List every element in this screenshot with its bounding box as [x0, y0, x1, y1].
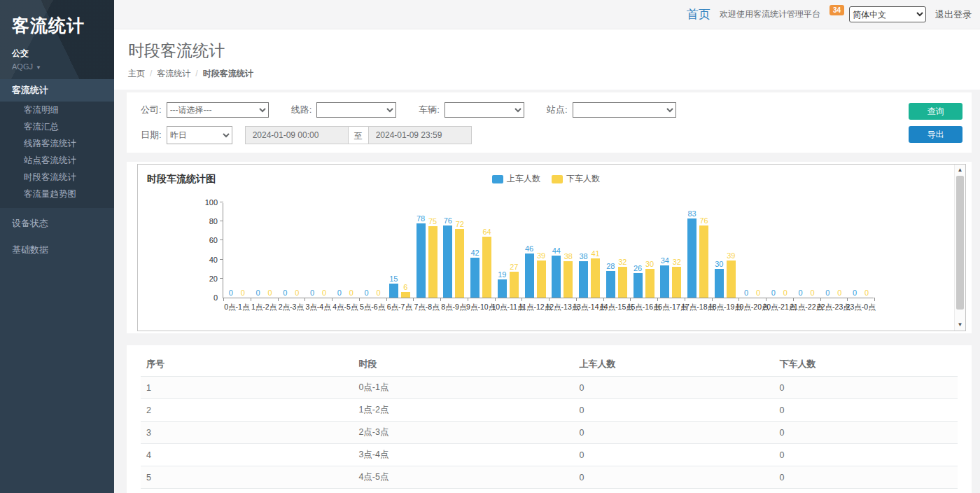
sidebar-subitem[interactable]: 客流明细 — [0, 102, 114, 118]
scrollbar-thumb[interactable] — [956, 176, 964, 310]
line-select[interactable] — [316, 102, 396, 118]
bar-value-label: 0 — [268, 289, 272, 297]
x-axis-label: 23点-0点 — [846, 303, 876, 312]
scroll-down-icon[interactable]: ▼ — [955, 321, 965, 329]
chart-scrollbar[interactable]: ▲ ▼ — [954, 165, 965, 331]
bar-column: 0 — [796, 289, 805, 298]
bar-value-label: 0 — [864, 289, 869, 297]
x-axis-label: 8点-9点 — [441, 303, 466, 312]
date-range-group: 至 — [245, 126, 472, 144]
y-axis-label: 0 — [200, 293, 218, 302]
x-axis-tick — [685, 298, 685, 301]
sidebar-subitem[interactable]: 时段客流统计 — [0, 169, 114, 186]
bar-column: 28 — [606, 262, 615, 298]
bar-value-label: 0 — [229, 289, 233, 297]
table-cell: 0 — [573, 444, 774, 466]
date-preset-select[interactable]: 昨日 — [167, 126, 232, 144]
bar-column: 76 — [699, 216, 708, 298]
bar-column: 78 — [416, 214, 426, 298]
legend-item[interactable]: 上车人数 — [492, 173, 540, 185]
bar-value-label: 46 — [525, 244, 533, 253]
bar-value-label: 78 — [416, 214, 425, 223]
bar-group: 00 — [847, 189, 874, 298]
sidebar-subitem[interactable]: 线路客流统计 — [0, 135, 114, 152]
bar-value-label: 0 — [853, 289, 857, 297]
table-cell: 0 — [774, 444, 958, 466]
bar-group: 00 — [738, 189, 766, 298]
table-row: 65点-6点00 — [141, 489, 958, 493]
company-select[interactable]: ---请选择--- — [167, 102, 269, 118]
bar-value-label: 44 — [552, 246, 561, 255]
bar-value-label: 0 — [756, 289, 760, 297]
bar-column: 0 — [281, 289, 290, 298]
sidebar-item-device-status[interactable]: 设备状态 — [0, 212, 114, 235]
legend-item[interactable]: 下车人数 — [552, 173, 600, 185]
logout-link[interactable]: 退出登录 — [935, 8, 972, 21]
bar-value-label: 0 — [783, 289, 788, 297]
language-select[interactable]: 简体中文 — [849, 6, 926, 22]
table-cell: 3 — [141, 422, 353, 444]
table-cell: 1点-2点 — [353, 399, 573, 422]
x-axis-tick — [576, 298, 577, 301]
x-axis-tick — [495, 298, 496, 301]
welcome-text: 欢迎使用客流统计管理平台 — [720, 8, 820, 20]
bar-column: 27 — [510, 263, 519, 298]
breadcrumb-home[interactable]: 主页 — [128, 69, 145, 78]
x-axis-tick — [603, 298, 604, 301]
y-axis-label: 60 — [200, 236, 218, 244]
table-header-cell: 时段 — [353, 352, 573, 377]
y-axis-label: 80 — [200, 217, 218, 225]
bar-value-label: 0 — [365, 289, 369, 297]
table-cell: 0 — [774, 377, 958, 399]
breadcrumb-passenger-stats[interactable]: 客流统计 — [157, 69, 190, 78]
bar-column: 6 — [401, 283, 410, 298]
sidebar-subitem[interactable]: 客流汇总 — [0, 118, 114, 135]
bar-column: 0 — [253, 289, 262, 298]
y-axis-label: 40 — [200, 256, 218, 264]
bar-value-label: 32 — [618, 258, 626, 266]
date-to-input[interactable] — [368, 126, 472, 144]
x-axis-tick — [793, 298, 794, 301]
notification-badge[interactable]: 34 — [830, 5, 844, 15]
bar-group: 00 — [359, 189, 386, 298]
table-cell: 0 — [573, 377, 774, 399]
bar-column: 44 — [552, 246, 561, 298]
table-cell: 5 — [141, 466, 353, 489]
table-header-row: 序号时段上车人数下车人数 — [141, 352, 958, 377]
bar-column: 75 — [428, 217, 438, 298]
sidebar-subitem[interactable]: 客流量趋势图 — [0, 186, 114, 202]
sidebar-subitem[interactable]: 站点客流统计 — [0, 152, 114, 169]
x-axis-tick — [251, 298, 251, 301]
topbar: 首页 欢迎使用客流统计管理平台 34 简体中文 退出登录 — [114, 0, 980, 29]
x-axis-label: 2点-3点 — [279, 303, 304, 312]
table-row: 21点-2点00 — [141, 399, 958, 422]
table-cell: 2点-3点 — [353, 422, 573, 444]
home-link[interactable]: 首页 — [687, 6, 710, 22]
date-label: 日期: — [141, 129, 162, 141]
bar — [470, 258, 479, 298]
table-cell: 0 — [774, 399, 958, 422]
bar-column: 0 — [320, 289, 329, 298]
sidebar-item-base-data[interactable]: 基础数据 — [0, 239, 114, 261]
bar-value-label: 0 — [825, 289, 830, 297]
company-label: 公司: — [141, 104, 162, 116]
query-button[interactable]: 查询 — [909, 103, 962, 120]
bar-column: 0 — [362, 289, 371, 298]
page-heading: 时段客流统计 主页/客流统计/时段客流统计 — [114, 29, 980, 90]
filter-panel: 公司: ---请选择--- 线路: 车辆: 站点: 日期: 昨日 至 — [127, 92, 972, 153]
table-row: 10点-1点00 — [141, 377, 958, 399]
bar-column: 0 — [862, 289, 872, 298]
date-from-input[interactable] — [245, 126, 349, 144]
export-button[interactable]: 导出 — [909, 126, 962, 143]
scroll-up-icon[interactable]: ▲ — [955, 166, 965, 174]
vehicle-select[interactable] — [444, 102, 524, 118]
bar-value-label: 0 — [256, 289, 260, 297]
table-head: 序号时段上车人数下车人数 — [141, 352, 958, 377]
x-axis-label: 5点-6点 — [360, 303, 385, 312]
sidebar-item-passenger-stats[interactable]: 客流统计 — [0, 79, 114, 102]
chart-legend: 上车人数下车人数 — [138, 173, 954, 185]
bar-column: 0 — [808, 289, 817, 298]
app-logo-title: 客流统计 — [12, 14, 114, 37]
user-menu[interactable]: AQGJ▼ — [12, 62, 114, 71]
station-select[interactable] — [573, 102, 676, 118]
